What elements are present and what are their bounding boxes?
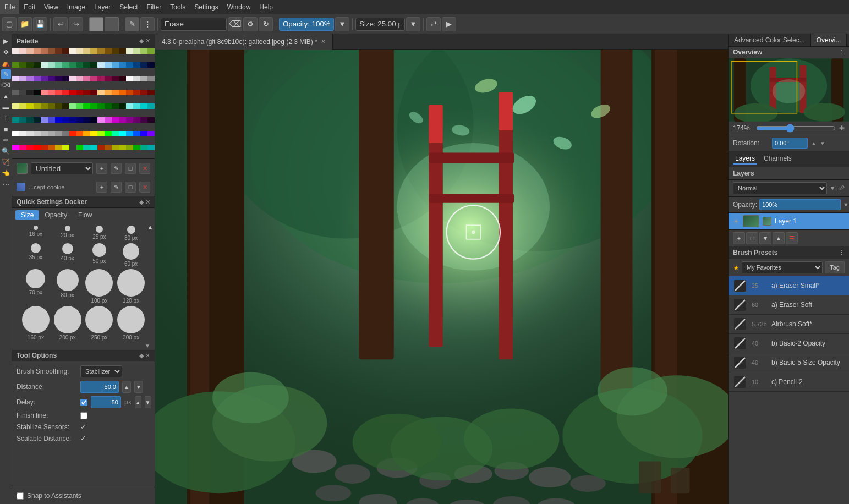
redo-btn[interactable]: ↪ (69, 17, 83, 31)
palette-cell[interactable] (112, 48, 119, 54)
menu-select[interactable]: Select (115, 0, 142, 14)
palette-cell[interactable] (48, 145, 55, 150)
palette-cell[interactable] (119, 76, 126, 81)
palette-cell[interactable] (112, 103, 119, 109)
palette-cell[interactable] (126, 117, 133, 123)
palette-cell[interactable] (69, 145, 76, 150)
palette-cell[interactable] (112, 117, 119, 123)
distance-down[interactable]: ▼ (134, 381, 143, 393)
palette-cell[interactable] (26, 145, 34, 150)
bp-category-select[interactable]: My Favorites (742, 261, 823, 273)
menu-file[interactable]: File (0, 0, 19, 14)
palette-cell[interactable] (83, 131, 90, 136)
palette-cell[interactable] (12, 48, 19, 54)
qs-lock-btn[interactable]: ◆ (139, 199, 144, 206)
canvas-content[interactable] (155, 50, 728, 504)
palette-cell[interactable] (12, 103, 19, 109)
layer-copy-btn[interactable]: □ (125, 163, 136, 174)
grid-btn[interactable]: ⋮ (140, 17, 155, 31)
menu-tools[interactable]: Tools (166, 0, 190, 14)
palette-cell[interactable] (105, 62, 112, 68)
save-btn[interactable]: 💾 (33, 17, 47, 31)
brush-size-item[interactable]: 250 px (85, 306, 114, 341)
brush-size-item[interactable]: 50 px (85, 243, 114, 267)
tool-crop[interactable]: ⛺ (1, 58, 11, 68)
to-lock-btn[interactable]: ◆ (139, 352, 144, 359)
open-btn[interactable]: 📁 (18, 17, 32, 31)
size-input[interactable] (355, 18, 405, 31)
layer-item-1[interactable]: ☀ Layer 1 (729, 213, 849, 229)
palette-cell[interactable] (48, 90, 55, 95)
palette-cell[interactable] (83, 48, 90, 54)
tool-color-pick[interactable]: 🏹 (1, 157, 11, 167)
tool-eraser[interactable]: ⌫ (1, 80, 11, 90)
layer-delete-btn[interactable]: ✕ (139, 163, 150, 174)
undo-btn[interactable]: ↩ (53, 17, 68, 31)
palette-cell[interactable] (55, 131, 62, 136)
qs-close-btn[interactable]: ✕ (145, 199, 150, 206)
palette-lock-btn[interactable]: ◆ (139, 37, 144, 45)
palette-cell[interactable] (90, 103, 97, 109)
palette-cell[interactable] (126, 103, 133, 109)
refresh-btn[interactable]: ↻ (259, 17, 273, 31)
palette-cell[interactable] (105, 145, 112, 150)
menu-help[interactable]: Help (255, 0, 277, 14)
palette-cell[interactable] (140, 145, 147, 150)
menu-layer[interactable]: Layer (90, 0, 115, 14)
palette-cell[interactable] (83, 145, 90, 150)
palette-cell[interactable] (140, 131, 147, 136)
palette-cell[interactable] (69, 90, 76, 95)
tab-overview[interactable]: Overvi... (811, 34, 847, 46)
finish-line-checkbox[interactable] (80, 412, 87, 419)
blend-filter-btn[interactable]: ▼ (829, 184, 836, 192)
palette-cell[interactable] (90, 117, 97, 123)
palette-cell[interactable] (105, 48, 112, 54)
palette-cell[interactable] (76, 76, 84, 81)
palette-cell[interactable] (112, 131, 119, 136)
palette-cell[interactable] (34, 76, 41, 81)
palette-cell[interactable] (147, 145, 155, 150)
palette-cell[interactable] (97, 117, 105, 123)
opacity-value[interactable] (759, 199, 841, 210)
palette-cell[interactable] (26, 76, 34, 81)
to-close-btn[interactable]: ✕ (145, 352, 150, 359)
delay-checkbox[interactable] (80, 399, 87, 406)
brush-size-item[interactable]: 70 px (21, 269, 51, 304)
palette-cell[interactable] (55, 48, 62, 54)
palette-cell[interactable] (34, 117, 41, 123)
fg-color[interactable] (89, 17, 103, 31)
palette-cell[interactable] (19, 62, 26, 68)
brush-size-item[interactable]: 16 px (21, 226, 51, 241)
palette-cell[interactable] (69, 117, 76, 123)
palette-cell[interactable] (126, 145, 133, 150)
palette-cell[interactable] (62, 62, 69, 68)
palette-cell[interactable] (12, 90, 19, 95)
play-btn[interactable]: ▶ (442, 17, 456, 31)
brush-presets-options[interactable]: ⋮ (839, 249, 845, 256)
layers-tab-channels[interactable]: Channels (762, 154, 794, 165)
palette-cell[interactable] (133, 117, 140, 123)
tool-text[interactable]: T (1, 113, 11, 123)
palette-cell[interactable] (12, 76, 19, 81)
palette-cell[interactable] (55, 103, 62, 109)
palette-cell[interactable] (133, 145, 140, 150)
palette-cell[interactable] (112, 62, 119, 68)
palette-cell[interactable] (97, 76, 105, 81)
palette-cell[interactable] (26, 90, 34, 95)
qs-tab-flow[interactable]: Flow (73, 210, 97, 220)
palette-cell[interactable] (90, 48, 97, 54)
palette-cell[interactable] (48, 48, 55, 54)
size-down-btn[interactable]: ▼ (406, 17, 420, 31)
brush-preset-btn[interactable]: ✎ (125, 17, 139, 31)
layer-visibility-icon[interactable]: ☀ (733, 217, 740, 226)
palette-cell[interactable] (19, 103, 26, 109)
canvas-tab-close[interactable]: ✕ (321, 38, 326, 45)
brush-size-item[interactable]: 20 px (53, 226, 83, 241)
qs-tab-size[interactable]: Size (15, 210, 39, 220)
palette-cell[interactable] (69, 48, 76, 54)
palette-cell[interactable] (119, 131, 126, 136)
palette-cell[interactable] (133, 90, 140, 95)
bg-color[interactable] (105, 17, 119, 31)
brush-list-item[interactable]: 5.72bAirbrush Soft* (729, 315, 849, 334)
palette-cell[interactable] (76, 117, 84, 123)
